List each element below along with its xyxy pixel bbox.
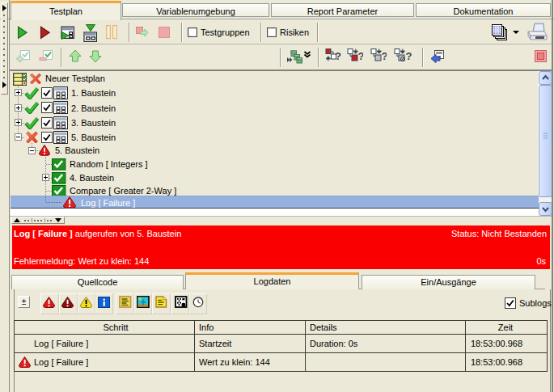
svg-text:?: ? bbox=[382, 50, 387, 62]
svg-text:?: ? bbox=[335, 50, 341, 62]
svg-text:?: ? bbox=[358, 50, 363, 62]
svg-text:?: ? bbox=[406, 50, 412, 62]
